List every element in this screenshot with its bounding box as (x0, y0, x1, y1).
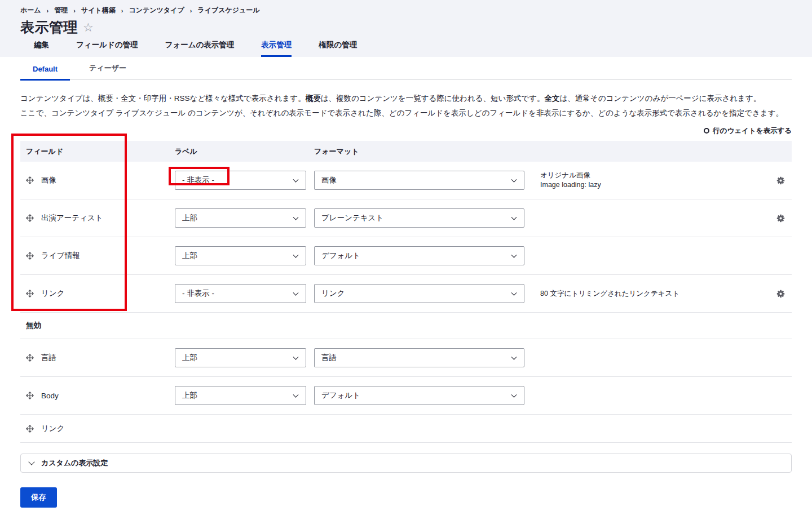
format-select[interactable]: リンク (314, 284, 524, 303)
field-settings-button[interactable] (776, 214, 785, 223)
shortcut-star-icon[interactable]: ☆ (83, 21, 94, 33)
table-row: ライブ情報上部デフォルト (20, 237, 792, 275)
field-name: 言語 (41, 353, 56, 363)
field-cell: ライブ情報 (20, 251, 175, 261)
disabled-rows: 言語上部言語Body上部デフォルトリンク (20, 339, 792, 443)
select-value: 上部 (182, 390, 197, 401)
gear-icon (776, 214, 785, 223)
chevron-down-icon (511, 392, 517, 398)
enabled-rows: 画像- 非表示 -画像オリジナル画像Image loading: lazy出演ア… (20, 162, 792, 313)
drag-handle[interactable] (26, 425, 34, 433)
view-mode-tab[interactable]: ティーザー (77, 63, 139, 81)
field-cell: 言語 (20, 353, 175, 363)
summary-line: オリジナル画像 (540, 171, 769, 180)
description-text: 概要 (306, 94, 321, 103)
summary-line: 80 文字にトリミングされたリンクテキスト (540, 289, 769, 299)
field-name: リンク (41, 288, 64, 299)
description-text: は、通常そのコンテンツのみが一ページに表示されます。 (560, 94, 761, 103)
custom-display-settings-toggle[interactable]: カスタムの表示設定 (20, 454, 792, 473)
primary-tab[interactable]: フォームの表示管理 (165, 40, 235, 57)
format-select[interactable]: プレーンテキスト (314, 208, 524, 228)
field-name: Body (41, 392, 59, 400)
label-select[interactable]: 上部 (175, 208, 306, 228)
select-value: デフォルト (321, 251, 360, 261)
breadcrumb-item[interactable]: 管理 (54, 6, 68, 15)
select-value: 上部 (182, 251, 197, 261)
field-cell: 出演アーティスト (20, 213, 175, 223)
primary-tabs: 編集フィールドの管理フォームの表示管理表示管理権限の管理 (20, 40, 792, 57)
drag-handle[interactable] (26, 214, 34, 222)
breadcrumb: ホーム›管理›サイト構築›コンテンツタイプ›ライブスケジュール (20, 6, 792, 15)
field-name: リンク (41, 424, 64, 434)
format-select[interactable]: デフォルト (314, 386, 524, 405)
table-row: Body上部デフォルト (20, 377, 792, 415)
breadcrumb-separator: › (73, 7, 76, 14)
show-row-weights-link[interactable]: 行のウェイトを表示する (704, 126, 792, 136)
breadcrumb-item[interactable]: ライブスケジュール (197, 6, 259, 15)
select-value: - 非表示 - (182, 175, 214, 185)
gear-icon (776, 176, 785, 185)
field-name: 出演アーティスト (41, 213, 103, 223)
drag-handle[interactable] (26, 354, 34, 362)
label-select[interactable]: - 非表示 - (175, 171, 306, 190)
breadcrumb-item[interactable]: コンテンツタイプ (129, 6, 184, 15)
field-name: 画像 (41, 175, 56, 185)
select-value: 上部 (182, 213, 197, 223)
disabled-section-label: 無効 (20, 313, 792, 339)
chevron-down-icon (293, 290, 299, 296)
label-select[interactable]: - 非表示 - (175, 284, 306, 303)
select-value: 言語 (321, 353, 337, 363)
primary-tab[interactable]: 権限の管理 (319, 40, 357, 57)
primary-tab[interactable]: フィールドの管理 (76, 40, 138, 57)
chevron-down-icon (511, 290, 517, 296)
description-text: コンテンツタイプは、概要・全文・印字用・RSSなど様々な様式で表示されます。 (20, 94, 306, 103)
chevron-down-icon (293, 177, 299, 183)
drag-handle[interactable] (26, 252, 34, 260)
table-row: 画像- 非表示 -画像オリジナル画像Image loading: lazy (20, 162, 792, 199)
select-value: - 非表示 - (182, 288, 214, 299)
label-select[interactable]: 上部 (175, 348, 306, 367)
description-paragraph-1: コンテンツタイプは、概要・全文・印字用・RSSなど様々な様式で表示されます。概要… (20, 91, 792, 106)
format-select[interactable]: デフォルト (314, 246, 524, 265)
chevron-down-icon (511, 252, 517, 258)
table-row: 出演アーティスト上部プレーンテキスト (20, 199, 792, 237)
save-button[interactable]: 保存 (20, 487, 57, 508)
label-select[interactable]: 上部 (175, 386, 306, 405)
page-title: 表示管理 (20, 18, 78, 37)
select-value: プレーンテキスト (321, 213, 383, 223)
field-settings-button[interactable] (776, 290, 785, 298)
field-cell: Body (20, 392, 175, 400)
format-select[interactable]: 言語 (314, 348, 524, 367)
move-icon (26, 354, 34, 362)
table-row: リンク (20, 415, 792, 443)
gear-icon (776, 290, 785, 298)
format-select[interactable]: 画像 (314, 171, 524, 190)
breadcrumb-item[interactable]: サイト構築 (81, 6, 116, 15)
table-row: リンク- 非表示 -リンク80 文字にトリミングされたリンクテキスト (20, 275, 792, 313)
breadcrumb-separator: › (190, 7, 192, 14)
move-icon (26, 290, 34, 297)
view-mode-tab[interactable]: Default (20, 65, 70, 81)
column-header-field: フィールド (20, 146, 175, 157)
label-select[interactable]: 上部 (175, 246, 306, 265)
primary-tab[interactable]: 編集 (34, 40, 49, 57)
table-header-row: フィールド ラベル フォーマット (20, 141, 792, 162)
manage-display-page: ホーム›管理›サイト構築›コンテンツタイプ›ライブスケジュール 表示管理 ☆ 編… (0, 0, 812, 520)
field-cell: リンク (20, 424, 175, 434)
field-cell: 画像 (20, 175, 175, 185)
column-header-format: フォーマット (314, 146, 532, 157)
primary-tab[interactable]: 表示管理 (261, 40, 292, 57)
field-settings-button[interactable] (776, 176, 785, 185)
move-icon (26, 252, 34, 260)
select-value: デフォルト (321, 390, 360, 401)
breadcrumb-item[interactable]: ホーム (20, 6, 41, 15)
table-row: 言語上部言語 (20, 339, 792, 377)
drag-handle[interactable] (26, 392, 34, 399)
chevron-down-icon (293, 252, 299, 258)
chevron-down-icon (28, 459, 34, 465)
description-text: は、複数のコンテンツを一覧する際に使われる、短い形式です。 (321, 94, 545, 103)
summary-line: Image loading: lazy (540, 180, 769, 190)
drag-handle[interactable] (26, 176, 34, 184)
drag-handle[interactable] (26, 290, 34, 297)
main-content: コンテンツタイプは、概要・全文・印字用・RSSなど様々な様式で表示されます。概要… (0, 80, 812, 508)
